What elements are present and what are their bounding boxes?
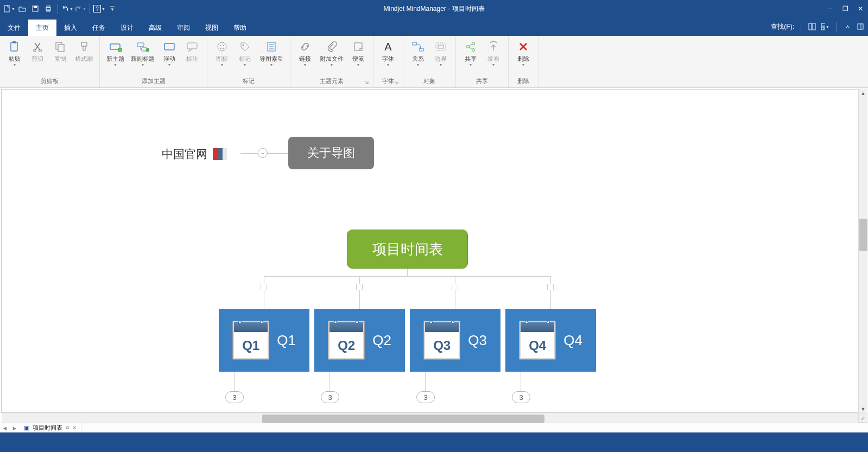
ribbon-group: 共享▼发布▼共享 [456, 36, 509, 87]
dropdown-arrow-icon: ▼ [220, 63, 224, 67]
svg-rect-27 [187, 43, 197, 49]
link-button[interactable]: 链接▼ [294, 38, 316, 69]
tab-advanced[interactable]: 高级 [141, 20, 169, 36]
ribbon-button-label: 剪切 [31, 55, 43, 62]
hyperlink-label[interactable]: 中国官网 [162, 147, 227, 162]
print-button[interactable] [42, 3, 54, 15]
dialog-launcher-icon[interactable]: ⇲ [365, 80, 369, 85]
new-topic-button[interactable]: +新主题▼ [103, 38, 128, 69]
font-icon: A [382, 40, 395, 53]
ribbon-button-label: 字体 [382, 55, 394, 62]
tab-scroll-right[interactable]: ► [10, 425, 20, 431]
quarter-node-q1[interactable]: Q1Q1 [219, 309, 309, 372]
restore-button[interactable]: ❐ [838, 0, 853, 17]
link-icon [299, 40, 312, 53]
tab-home[interactable]: 主页 [28, 20, 56, 36]
new-file-button[interactable]: ▼ [3, 3, 15, 15]
dropdown-arrow-icon: ▼ [416, 63, 420, 67]
tab-review[interactable]: 审阅 [169, 20, 198, 36]
note-button[interactable]: 便笺▼ [347, 38, 370, 69]
dropdown-arrow-icon: ▼ [387, 63, 390, 67]
calendar-icon: Q4 [519, 321, 556, 360]
tab-insert[interactable]: 插入 [56, 20, 85, 36]
svg-point-30 [223, 45, 224, 46]
relation-icon [411, 40, 425, 53]
quarter-node-q3[interactable]: Q3Q3 [410, 309, 500, 372]
window-arrange-icon[interactable] [808, 22, 816, 31]
svg-rect-18 [58, 44, 64, 52]
ribbon-group-label: 删除 [512, 76, 535, 87]
document-tab[interactable]: ▣ 项目时间表 ⧉ ✕ [20, 423, 81, 432]
quarter-node-q4[interactable]: Q4Q4 [505, 309, 596, 372]
save-button[interactable] [29, 3, 41, 15]
scroll-down-icon[interactable]: ▼ [859, 404, 867, 413]
tab-help[interactable]: 帮助 [226, 20, 254, 36]
quarter-node-q2[interactable]: Q2Q2 [314, 309, 405, 372]
minimize-button[interactable]: ─ [822, 0, 838, 17]
svg-rect-40 [436, 43, 446, 50]
find-label[interactable]: 查找(F): [771, 22, 794, 31]
child-count-badge[interactable]: 3 [416, 391, 435, 403]
scroll-corner-icon[interactable]: ⤢ [858, 413, 867, 423]
svg-text:+: + [118, 48, 121, 52]
about-map-node[interactable]: 关于导图 [288, 137, 374, 169]
tab-design[interactable]: 设计 [113, 20, 141, 36]
tab-close-icon[interactable]: ✕ [72, 425, 77, 431]
svg-rect-41 [438, 45, 443, 48]
scroll-up-icon[interactable]: ▲ [859, 88, 867, 98]
canvas[interactable]: 中国官网 − 关于导图 项目时间表 Q1Q13Q2Q23Q3Q33Q4Q43 [1, 89, 867, 413]
vertical-scrollbar[interactable]: ▲ ▼ [858, 88, 867, 413]
paste-button[interactable]: 粘贴▼ [3, 38, 26, 69]
horizontal-scrollbar[interactable] [2, 413, 858, 423]
undo-button[interactable]: ▼ [61, 3, 73, 15]
boundary-button: 边界▼ [429, 38, 452, 69]
tab-popout-icon[interactable]: ⧉ [66, 425, 69, 431]
share-button[interactable]: 共享▼ [459, 38, 482, 69]
ribbon-button-label: 新副标题 [131, 55, 155, 62]
redo-button[interactable]: ▼ [74, 3, 86, 15]
dropdown-arrow-icon: ▼ [243, 63, 247, 67]
vscroll-thumb[interactable] [859, 219, 867, 251]
publish-button: 发布▼ [482, 38, 505, 69]
delete-button[interactable]: 删除▼ [512, 38, 535, 69]
ribbon-group: +新主题▼新副标题▼浮动▼标注添加主题 [100, 36, 207, 87]
collapse-toggle[interactable]: − [258, 148, 268, 158]
qat-customize-button[interactable]: ▼ [106, 3, 118, 15]
float-icon [163, 40, 176, 53]
close-button[interactable]: ✕ [853, 0, 868, 17]
float-button[interactable]: 浮动▼ [158, 38, 181, 69]
ribbon-group: 粘贴▼剪切复制格式刷剪贴板 [0, 36, 100, 87]
pane-toggle-icon[interactable] [856, 22, 865, 31]
tab-scroll-left[interactable]: ◄ [0, 425, 10, 431]
svg-rect-9 [821, 27, 824, 30]
calendar-icon: Q1 [232, 321, 269, 360]
ribbon-group: 删除▼删除 [509, 36, 538, 87]
index-button[interactable]: 导图索引▼ [256, 38, 287, 69]
ribbon-tabs: 文件 主页 插入 任务 设计 高级 审阅 视图 帮助 查找(F): ▼ ㅅ [0, 17, 868, 36]
hscroll-thumb[interactable] [262, 415, 544, 423]
svg-text:A: A [384, 41, 392, 53]
tab-view[interactable]: 视图 [198, 20, 226, 36]
collapse-ribbon-icon[interactable]: ㅅ [843, 22, 852, 31]
dropdown-arrow-icon: ▼ [270, 63, 274, 67]
ribbon-group-label: 共享 [459, 76, 505, 87]
root-node[interactable]: 项目时间表 [347, 230, 468, 269]
help-button[interactable]: ?▼ [93, 3, 105, 15]
tab-file[interactable]: 文件 [0, 20, 28, 36]
child-count-badge[interactable]: 3 [512, 391, 530, 403]
icons-icon [216, 40, 229, 53]
new-subtopic-button[interactable]: 新副标题▼ [128, 38, 158, 69]
svg-point-28 [218, 42, 226, 51]
open-file-button[interactable] [16, 3, 28, 15]
tab-task[interactable]: 任务 [85, 20, 113, 36]
document-tabbar: ◄ ► ▣ 项目时间表 ⧉ ✕ [0, 423, 868, 432]
attach-icon [325, 40, 338, 53]
font-button[interactable]: A字体▼ [377, 38, 400, 69]
child-count-badge[interactable]: 3 [225, 391, 244, 403]
attach-button[interactable]: 附加文件▼ [316, 38, 347, 69]
relation-button[interactable]: 关系▼ [407, 38, 429, 69]
child-count-badge[interactable]: 3 [321, 391, 339, 403]
svg-rect-6 [809, 23, 812, 30]
dialog-launcher-icon[interactable]: ⇲ [395, 80, 398, 85]
layout-icon[interactable]: ▼ [821, 22, 829, 31]
